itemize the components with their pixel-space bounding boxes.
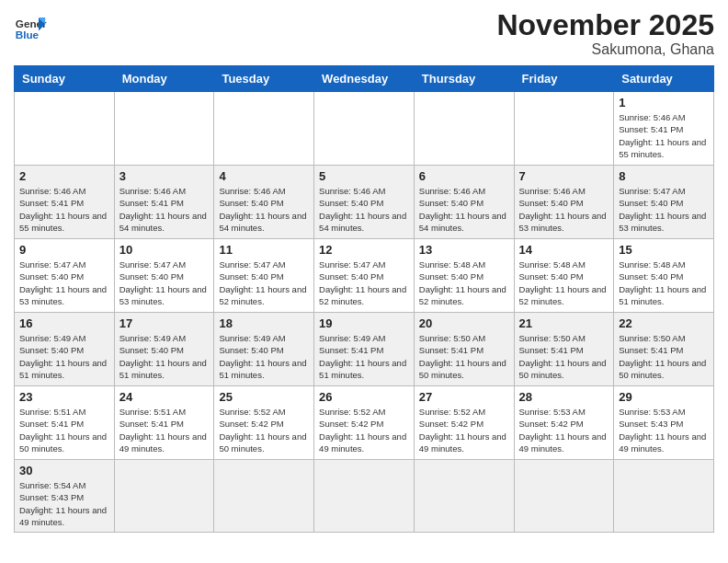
day-info: Sunrise: 5:52 AMSunset: 5:42 PMDaylight:… bbox=[319, 406, 409, 454]
table-row bbox=[114, 92, 214, 166]
day-number: 13 bbox=[419, 243, 509, 257]
day-info: Sunrise: 5:46 AMSunset: 5:41 PMDaylight:… bbox=[619, 111, 709, 160]
table-row: 2Sunrise: 5:46 AMSunset: 5:41 PMDaylight… bbox=[15, 166, 115, 239]
table-row: 6Sunrise: 5:46 AMSunset: 5:40 PMDaylight… bbox=[414, 166, 514, 239]
table-row: 17Sunrise: 5:49 AMSunset: 5:40 PMDayligh… bbox=[114, 313, 214, 386]
day-info: Sunrise: 5:53 AMSunset: 5:42 PMDaylight:… bbox=[519, 406, 609, 454]
calendar-row-5: 23Sunrise: 5:51 AMSunset: 5:41 PMDayligh… bbox=[15, 386, 714, 460]
table-row bbox=[414, 92, 514, 166]
table-row: 9Sunrise: 5:47 AMSunset: 5:40 PMDaylight… bbox=[15, 239, 115, 313]
day-info: Sunrise: 5:46 AMSunset: 5:40 PMDaylight:… bbox=[419, 185, 509, 234]
day-number: 26 bbox=[319, 390, 409, 404]
day-number: 28 bbox=[519, 390, 609, 404]
day-number: 6 bbox=[419, 169, 509, 183]
day-number: 27 bbox=[419, 390, 509, 404]
table-row: 26Sunrise: 5:52 AMSunset: 5:42 PMDayligh… bbox=[314, 386, 415, 460]
header-sunday: Sunday bbox=[15, 66, 115, 92]
day-number: 2 bbox=[19, 169, 109, 183]
table-row: 5Sunrise: 5:46 AMSunset: 5:40 PMDaylight… bbox=[314, 166, 415, 239]
table-row: 7Sunrise: 5:46 AMSunset: 5:40 PMDaylight… bbox=[514, 166, 614, 239]
day-number: 18 bbox=[219, 316, 309, 330]
day-number: 11 bbox=[219, 243, 309, 257]
day-info: Sunrise: 5:47 AMSunset: 5:40 PMDaylight:… bbox=[119, 259, 210, 307]
calendar-row-6: 30Sunrise: 5:54 AMSunset: 5:43 PMDayligh… bbox=[15, 460, 714, 533]
day-info: Sunrise: 5:52 AMSunset: 5:42 PMDaylight:… bbox=[219, 406, 309, 454]
table-row: 14Sunrise: 5:48 AMSunset: 5:40 PMDayligh… bbox=[514, 239, 614, 313]
day-info: Sunrise: 5:50 AMSunset: 5:41 PMDaylight:… bbox=[419, 332, 509, 381]
day-info: Sunrise: 5:49 AMSunset: 5:41 PMDaylight:… bbox=[319, 332, 409, 381]
day-number: 21 bbox=[519, 316, 609, 330]
table-row: 12Sunrise: 5:47 AMSunset: 5:40 PMDayligh… bbox=[314, 239, 415, 313]
table-row bbox=[214, 460, 314, 533]
weekday-header-row: Sunday Monday Tuesday Wednesday Thursday… bbox=[15, 66, 714, 92]
calendar-row-2: 2Sunrise: 5:46 AMSunset: 5:41 PMDaylight… bbox=[15, 166, 714, 239]
day-info: Sunrise: 5:53 AMSunset: 5:43 PMDaylight:… bbox=[619, 406, 709, 454]
table-row: 20Sunrise: 5:50 AMSunset: 5:41 PMDayligh… bbox=[414, 313, 514, 386]
day-info: Sunrise: 5:49 AMSunset: 5:40 PMDaylight:… bbox=[119, 332, 210, 381]
day-number: 5 bbox=[319, 169, 409, 183]
day-info: Sunrise: 5:48 AMSunset: 5:40 PMDaylight:… bbox=[419, 259, 509, 307]
day-number: 29 bbox=[619, 390, 709, 404]
table-row: 27Sunrise: 5:52 AMSunset: 5:42 PMDayligh… bbox=[414, 386, 514, 460]
day-number: 9 bbox=[19, 243, 109, 257]
day-number: 19 bbox=[319, 316, 409, 330]
day-info: Sunrise: 5:46 AMSunset: 5:40 PMDaylight:… bbox=[219, 185, 309, 234]
table-row: 8Sunrise: 5:47 AMSunset: 5:40 PMDaylight… bbox=[614, 166, 714, 239]
table-row: 10Sunrise: 5:47 AMSunset: 5:40 PMDayligh… bbox=[114, 239, 214, 313]
header-tuesday: Tuesday bbox=[214, 66, 314, 92]
day-info: Sunrise: 5:49 AMSunset: 5:40 PMDaylight:… bbox=[19, 332, 109, 381]
table-row bbox=[314, 460, 415, 533]
table-row: 4Sunrise: 5:46 AMSunset: 5:40 PMDaylight… bbox=[214, 166, 314, 239]
logo-icon: General Blue bbox=[14, 9, 47, 42]
logo: General Blue bbox=[14, 9, 47, 42]
day-info: Sunrise: 5:50 AMSunset: 5:41 PMDaylight:… bbox=[619, 332, 709, 381]
table-row bbox=[214, 92, 314, 166]
table-row: 15Sunrise: 5:48 AMSunset: 5:40 PMDayligh… bbox=[614, 239, 714, 313]
table-row bbox=[414, 460, 514, 533]
page-header: General Blue November 2025 Sakumona, Gha… bbox=[14, 9, 714, 58]
table-row: 23Sunrise: 5:51 AMSunset: 5:41 PMDayligh… bbox=[15, 386, 115, 460]
day-number: 12 bbox=[319, 243, 409, 257]
day-number: 20 bbox=[419, 316, 509, 330]
calendar-row-3: 9Sunrise: 5:47 AMSunset: 5:40 PMDaylight… bbox=[15, 239, 714, 313]
day-number: 15 bbox=[619, 243, 709, 257]
table-row: 13Sunrise: 5:48 AMSunset: 5:40 PMDayligh… bbox=[414, 239, 514, 313]
calendar-row-4: 16Sunrise: 5:49 AMSunset: 5:40 PMDayligh… bbox=[15, 313, 714, 386]
day-info: Sunrise: 5:47 AMSunset: 5:40 PMDaylight:… bbox=[19, 259, 109, 307]
day-info: Sunrise: 5:51 AMSunset: 5:41 PMDaylight:… bbox=[19, 406, 109, 454]
table-row bbox=[15, 92, 115, 166]
day-info: Sunrise: 5:46 AMSunset: 5:40 PMDaylight:… bbox=[319, 185, 409, 234]
day-number: 1 bbox=[619, 96, 709, 109]
table-row: 24Sunrise: 5:51 AMSunset: 5:41 PMDayligh… bbox=[114, 386, 214, 460]
day-info: Sunrise: 5:46 AMSunset: 5:41 PMDaylight:… bbox=[19, 185, 109, 234]
day-info: Sunrise: 5:47 AMSunset: 5:40 PMDaylight:… bbox=[219, 259, 309, 307]
table-row bbox=[614, 460, 714, 533]
day-number: 8 bbox=[619, 169, 709, 183]
table-row: 1Sunrise: 5:46 AMSunset: 5:41 PMDaylight… bbox=[614, 92, 714, 166]
day-number: 24 bbox=[119, 390, 210, 404]
day-number: 16 bbox=[19, 316, 109, 330]
day-info: Sunrise: 5:49 AMSunset: 5:40 PMDaylight:… bbox=[219, 332, 309, 381]
day-info: Sunrise: 5:48 AMSunset: 5:40 PMDaylight:… bbox=[519, 259, 609, 307]
table-row: 30Sunrise: 5:54 AMSunset: 5:43 PMDayligh… bbox=[15, 460, 115, 533]
header-monday: Monday bbox=[114, 66, 214, 92]
table-row: 16Sunrise: 5:49 AMSunset: 5:40 PMDayligh… bbox=[15, 313, 115, 386]
day-number: 7 bbox=[519, 169, 609, 183]
table-row: 25Sunrise: 5:52 AMSunset: 5:42 PMDayligh… bbox=[214, 386, 314, 460]
day-info: Sunrise: 5:47 AMSunset: 5:40 PMDaylight:… bbox=[319, 259, 409, 307]
header-thursday: Thursday bbox=[414, 66, 514, 92]
table-row: 19Sunrise: 5:49 AMSunset: 5:41 PMDayligh… bbox=[314, 313, 415, 386]
calendar-table: Sunday Monday Tuesday Wednesday Thursday… bbox=[14, 65, 714, 533]
calendar-row-1: 1Sunrise: 5:46 AMSunset: 5:41 PMDaylight… bbox=[15, 92, 714, 166]
day-number: 17 bbox=[119, 316, 210, 330]
day-info: Sunrise: 5:47 AMSunset: 5:40 PMDaylight:… bbox=[619, 185, 709, 234]
day-info: Sunrise: 5:50 AMSunset: 5:41 PMDaylight:… bbox=[519, 332, 609, 381]
day-number: 4 bbox=[219, 169, 309, 183]
day-info: Sunrise: 5:51 AMSunset: 5:41 PMDaylight:… bbox=[119, 406, 210, 454]
day-info: Sunrise: 5:54 AMSunset: 5:43 PMDaylight:… bbox=[19, 479, 109, 528]
day-number: 30 bbox=[19, 464, 109, 477]
header-friday: Friday bbox=[514, 66, 614, 92]
day-number: 22 bbox=[619, 316, 709, 330]
day-info: Sunrise: 5:46 AMSunset: 5:41 PMDaylight:… bbox=[119, 185, 210, 234]
day-info: Sunrise: 5:46 AMSunset: 5:40 PMDaylight:… bbox=[519, 185, 609, 234]
